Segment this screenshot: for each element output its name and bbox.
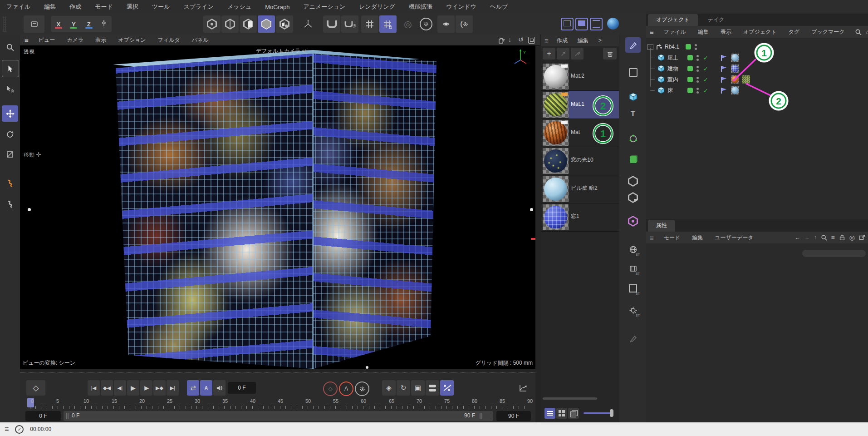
autokey-mode-button[interactable]: A	[200, 380, 212, 396]
texture-mode-button[interactable]	[276, 15, 293, 33]
axis-z-button[interactable]: Z	[83, 18, 95, 30]
spline-hook-tool-active[interactable]	[2, 175, 18, 192]
attributes-empty-field[interactable]	[802, 250, 866, 257]
om-menu-objects[interactable]: オブジェクト	[741, 28, 779, 36]
texture-tag-wall[interactable]	[731, 86, 739, 94]
material-sphere-icon[interactable]	[607, 18, 619, 30]
toolbar-grip[interactable]	[3, 16, 6, 32]
scale-tool[interactable]	[2, 146, 18, 163]
axis-x-button[interactable]: X	[53, 18, 64, 30]
range-grip-right[interactable]	[480, 413, 481, 419]
field-tool[interactable]	[625, 213, 641, 229]
material-thumbnail[interactable]	[543, 64, 569, 89]
layer-color-chip[interactable]	[687, 77, 693, 82]
material-name[interactable]: Mat.2	[571, 63, 616, 89]
move-tool[interactable]	[2, 105, 18, 122]
projection-label[interactable]: 透視	[24, 48, 34, 56]
key-parameter-toggle[interactable]	[426, 380, 439, 396]
rotate-tool[interactable]	[2, 126, 18, 143]
viewport-search-tool[interactable]	[2, 39, 18, 55]
key-rotation-toggle[interactable]: ↻	[397, 380, 410, 396]
visibility-dots[interactable]	[695, 44, 697, 50]
attr-forward-icon[interactable]: →	[804, 234, 810, 241]
next-key-button[interactable]: ▶◆	[153, 380, 166, 396]
axis-y-button[interactable]: Y	[68, 18, 79, 30]
viewport-pan-icon[interactable]	[497, 36, 505, 44]
tree-row-floor[interactable]: 床 ✓	[646, 85, 868, 96]
stage-camera-tool[interactable]: ST	[625, 261, 641, 276]
material-scrollbar[interactable]	[543, 397, 597, 400]
viewport-menu-panel[interactable]: パネル	[190, 36, 211, 44]
annotate-pen-tool[interactable]	[625, 331, 641, 346]
attr-target-icon[interactable]: ◎	[849, 234, 855, 241]
timeline-ruler[interactable]: 0 5 10 15 20 25 30 35 40 45 50 55 60 65 …	[25, 397, 530, 409]
prev-key-button[interactable]: ◆◀	[101, 380, 113, 396]
selection-settings-tool[interactable]	[2, 80, 18, 96]
material-row[interactable]: Mat.2	[541, 63, 619, 91]
volume-builder-tool[interactable]	[625, 190, 641, 205]
texture-tag-wall[interactable]	[731, 54, 739, 62]
mograph-cloner-tool[interactable]	[625, 131, 641, 146]
object-label[interactable]: 室内	[667, 76, 683, 84]
stage-light-tool[interactable]: ST	[625, 302, 641, 318]
modifier-settings-button[interactable]	[417, 15, 435, 33]
viewport-layout-icon-2[interactable]	[575, 18, 588, 30]
tree-row-interior[interactable]: 室内 ✓	[646, 74, 868, 85]
enabled-check-icon[interactable]: ✓	[703, 54, 708, 61]
material-name[interactable]: Mat.1	[571, 91, 616, 117]
material-thumbnail[interactable]	[543, 148, 569, 174]
viewport-menu-options[interactable]: オプション	[116, 36, 147, 44]
edge-mode-button[interactable]	[221, 15, 239, 33]
menu-create[interactable]: 作成	[68, 3, 83, 11]
autokey-ring-button[interactable]: A	[339, 382, 353, 396]
om-home-icon[interactable]: ⌂	[866, 29, 868, 35]
visibility-dots[interactable]	[696, 66, 699, 72]
material-layer-view-button[interactable]	[568, 408, 579, 419]
quantize-button[interactable]	[361, 15, 378, 33]
keying-settings-button[interactable]	[355, 382, 369, 396]
layer-color-chip[interactable]	[687, 55, 693, 60]
object-mode-button[interactable]	[258, 15, 275, 33]
attr-back-icon[interactable]: ←	[795, 234, 800, 241]
attr-search-icon[interactable]	[821, 234, 827, 241]
snap-button[interactable]	[323, 15, 340, 33]
menu-extensions[interactable]: 機能拡張	[407, 3, 434, 11]
add-material-button[interactable]: +	[543, 48, 555, 59]
attr-up-icon[interactable]: ↑	[814, 234, 817, 241]
om-search-icon[interactable]	[855, 29, 862, 35]
status-hamburger-icon[interactable]: ≡	[5, 425, 9, 433]
om-menu-file[interactable]: ファイル	[662, 28, 688, 36]
viewport-menu-display[interactable]: 表示	[93, 36, 108, 44]
enabled-check-icon[interactable]: ✓	[703, 76, 708, 83]
viewport-layout-icon-3[interactable]	[590, 18, 603, 30]
material-thumbnail[interactable]	[543, 204, 569, 230]
timeline-editor-button[interactable]	[515, 380, 530, 396]
model-mode-button[interactable]	[203, 15, 221, 33]
viewport-menu-filter[interactable]: フィルタ	[156, 36, 182, 44]
layer-color-chip[interactable]	[687, 88, 693, 93]
viewport-layout-icon-1[interactable]	[561, 18, 574, 30]
goto-start-button[interactable]: |◀	[88, 380, 100, 396]
menu-window[interactable]: ウインドウ	[444, 3, 478, 11]
expander-icon[interactable]: −	[647, 44, 653, 50]
tab-take[interactable]: テイク	[700, 14, 733, 26]
goto-end-button[interactable]: ▶|	[167, 380, 179, 396]
menu-file[interactable]: ファイル	[5, 3, 32, 11]
material-list-view-button[interactable]	[544, 408, 555, 419]
material-row-selected[interactable]: Mat.1	[541, 91, 619, 119]
rectangle-spline-tool[interactable]	[625, 64, 641, 80]
menu-mograph[interactable]: MoGraph	[263, 4, 291, 10]
range-grip-left[interactable]	[66, 413, 67, 419]
material-row[interactable]: 窓の光10	[541, 147, 619, 175]
range-end-field[interactable]: 90 F	[496, 411, 531, 421]
menu-mode[interactable]: モード	[93, 3, 115, 11]
key-scale-toggle[interactable]: ▣	[411, 380, 425, 396]
visibility-dots[interactable]	[696, 77, 699, 83]
menu-edit[interactable]: 編集	[42, 3, 58, 11]
key-position-toggle[interactable]: ◈	[382, 380, 396, 396]
material-grid-view-button[interactable]	[556, 408, 567, 419]
next-frame-button[interactable]: |▶	[140, 380, 152, 396]
layer-color-chip[interactable]	[687, 66, 693, 71]
object-handle-bottom[interactable]	[366, 366, 368, 369]
menu-spline[interactable]: スプライン	[181, 3, 216, 11]
